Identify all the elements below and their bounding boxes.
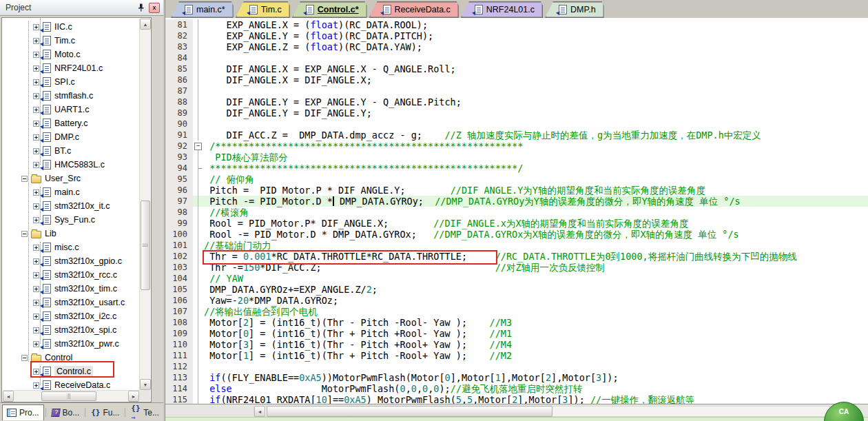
scroll-down-arrow[interactable]: ▼ xyxy=(140,379,151,390)
tree-file-batteryc[interactable]: Battery.c xyxy=(3,116,139,130)
expand-box-icon[interactable] xyxy=(33,314,39,320)
collapse-box-icon[interactable] xyxy=(21,355,28,361)
code-line[interactable]: 90 xyxy=(165,119,868,130)
scroll-left-arrow[interactable]: ◄ xyxy=(3,391,14,402)
code-editor[interactable]: 81 EXP_ANGLE.X = (float)(RC_DATA.ROOL);8… xyxy=(165,18,868,404)
code-line[interactable]: 82 EXP_ANGLE.Y = (float)(RC_DATA.PITCH); xyxy=(165,30,868,41)
code-line[interactable]: 114 else MotorPwmFlash(0,0,0,0);//避免飞机落地… xyxy=(165,383,868,394)
panel-tab-te[interactable]: {}Te... xyxy=(127,404,163,420)
editor-tab-receivedatac[interactable]: ReceiveData.c xyxy=(369,1,459,18)
scroll-up-arrow[interactable]: ▲ xyxy=(140,19,151,30)
panel-tab-pro[interactable]: Pro... xyxy=(2,404,44,420)
project-tree[interactable]: IIC.cTim.cMoto.cNRF24L01.cSPI.cstmflash.… xyxy=(3,19,139,390)
expand-box-icon[interactable] xyxy=(33,272,39,278)
tree-file-dmpc[interactable]: DMP.c xyxy=(3,130,139,144)
expand-box-icon[interactable] xyxy=(33,38,39,44)
code-line[interactable]: 93 PID核心算法部分 xyxy=(165,152,868,163)
scroll-left-arrow[interactable]: ◄ xyxy=(254,406,265,417)
code-line[interactable]: 83 EXP_ANGLE.Z = (float)(RC_DATA.YAW); xyxy=(165,41,868,52)
tree-horizontal-scrollbar[interactable]: ◄ ► xyxy=(3,390,139,401)
tree-vertical-scrollbar[interactable]: ▲ ▼ xyxy=(139,19,150,390)
code-line[interactable]: 95 // 俯仰角 xyxy=(165,174,868,185)
code-line[interactable]: 101//基础油门动力 xyxy=(165,240,868,251)
code-line[interactable]: 86 DIF_ANGLE.X = DIF_ANGLE.X; xyxy=(165,74,868,85)
fold-toggle-icon[interactable] xyxy=(193,141,204,152)
code-line[interactable]: 85 DIF_ANGLE.X = EXP_ANGLE.X - Q_ANGLE.R… xyxy=(165,63,868,74)
expand-box-icon[interactable] xyxy=(33,327,39,333)
tree-file-motoc[interactable]: Moto.c xyxy=(3,48,139,61)
code-line[interactable]: 99 Rool = PID_Motor.P* DIF_ANGLE.X; //DI… xyxy=(165,218,868,229)
tree-file-sysfunc[interactable]: Sys_Fun.c xyxy=(3,213,139,227)
code-line[interactable]: 96 Pitch = PID_Motor.P * DIF_ANGLE.Y; //… xyxy=(165,185,868,196)
expand-box-icon[interactable] xyxy=(33,258,39,265)
tree-file-spic[interactable]: SPI.c xyxy=(3,75,139,89)
code-line[interactable]: 112 xyxy=(165,361,868,372)
tree-file-nrf24l01c[interactable]: NRF24L01.c xyxy=(3,61,139,75)
code-line[interactable]: 110 Motor[3] = (int16_t)(Thr - Pitch +Ro… xyxy=(165,339,868,350)
tree-file-btc[interactable]: BT.c xyxy=(3,144,139,158)
expand-box-icon[interactable] xyxy=(33,217,39,223)
editor-tab-nrf24l01c[interactable]: NRF24L01.c xyxy=(461,1,543,18)
tree-folder-usersrc[interactable]: User_Src xyxy=(3,172,139,185)
expand-box-icon[interactable] xyxy=(33,65,39,72)
tree-folder-lib[interactable]: Lib xyxy=(3,227,139,240)
expand-box-icon[interactable] xyxy=(33,245,39,251)
expand-box-icon[interactable] xyxy=(33,286,39,292)
code-line[interactable]: 115 if(NRF24L01_RXDATA[10]==0xA5) MotorP… xyxy=(165,394,868,404)
code-line[interactable]: 100 Rool -= PID_Motor.D * DMP_DATA.GYROx… xyxy=(165,229,868,240)
code-line[interactable]: 111 Motor[1] = (int16_t)(Thr + Pitch -Ro… xyxy=(165,350,868,361)
code-line[interactable]: 105 DMP_DATA.GYROz+=EXP_ANGLE.Z/2; xyxy=(165,284,868,295)
expand-box-icon[interactable] xyxy=(33,121,39,127)
tree-file-stm32f10xitc[interactable]: stm32f10x_it.c xyxy=(3,199,139,213)
pin-icon[interactable] xyxy=(136,3,145,12)
editor-tab-controlc[interactable]: Control.c* xyxy=(292,1,367,18)
expand-box-icon[interactable] xyxy=(33,148,39,154)
expand-box-icon[interactable] xyxy=(33,203,39,209)
tree-file-receivedatac[interactable]: ReceiveData.c xyxy=(3,378,139,390)
panel-tab-bo[interactable]: Bo... xyxy=(48,404,84,420)
tree-file-stm32f10xusartc[interactable]: stm32f10x_usart.c xyxy=(3,296,139,309)
code-line[interactable]: 87 xyxy=(165,85,868,96)
tree-file-uart1c[interactable]: UART1.c xyxy=(3,103,139,116)
code-line[interactable]: 88 DIF_ANGLE.Y = EXP_ANGLE.Y - Q_ANGLE.P… xyxy=(165,96,868,107)
expand-box-icon[interactable] xyxy=(33,93,39,99)
expand-box-icon[interactable] xyxy=(33,107,39,113)
tree-file-stmflashc[interactable]: stmflash.c xyxy=(3,89,139,103)
scroll-right-arrow[interactable]: ► xyxy=(128,391,139,402)
code-line[interactable]: 94 *************************************… xyxy=(165,163,868,174)
tree-file-miscc[interactable]: misc.c xyxy=(3,240,139,254)
collapse-box-icon[interactable] xyxy=(21,176,28,182)
expand-box-icon[interactable] xyxy=(33,189,39,196)
expand-box-icon[interactable] xyxy=(33,382,39,389)
tree-file-stm32f10xgpioc[interactable]: stm32f10x_gpio.c xyxy=(3,254,139,268)
tree-file-stm32f10xtimc[interactable]: stm32f10x_tim.c xyxy=(3,282,139,296)
editor-hscroll-thumb[interactable] xyxy=(267,406,552,417)
code-line[interactable]: 89 DIF_ANGLE.Y = DIF_ANGLE.Y; xyxy=(165,107,868,119)
tree-file-iicc[interactable]: IIC.c xyxy=(3,20,139,34)
code-line[interactable]: 81 EXP_ANGLE.X = (float)(RC_DATA.ROOL); xyxy=(165,19,868,30)
expand-box-icon[interactable] xyxy=(33,162,39,168)
collapse-box-icon[interactable] xyxy=(21,231,28,237)
expand-box-icon[interactable] xyxy=(33,52,39,58)
code-line[interactable]: 91 DIF_ACC.Z = DMP_DATA.dmp_accz - g; //… xyxy=(165,130,868,141)
code-line[interactable]: 107//将输出值融合到四个电机 xyxy=(165,306,868,317)
editor-tab-dmph[interactable]: DMP.h xyxy=(545,1,604,18)
code-line[interactable]: 109 Motor[0] = (int16_t)(Thr + Pitch +Ro… xyxy=(165,328,868,339)
tree-file-hmc5883lc[interactable]: HMC5883L.c xyxy=(3,158,139,172)
expand-box-icon[interactable] xyxy=(33,300,39,306)
editor-tab-timc[interactable]: Tim.c xyxy=(236,1,290,18)
expand-box-icon[interactable] xyxy=(33,341,39,347)
close-icon[interactable]: x xyxy=(149,3,160,13)
vertical-scroll-thumb[interactable] xyxy=(141,201,150,290)
tree-file-mainc[interactable]: main.c xyxy=(3,185,139,199)
tree-file-stm32f10xpwrc[interactable]: stm32f10x_pwr.c xyxy=(3,337,139,351)
code-line[interactable]: 98 //横滚角 xyxy=(165,207,868,218)
horizontal-scroll-thumb[interactable] xyxy=(41,391,96,401)
tree-file-stm32f10xi2cc[interactable]: stm32f10x_i2c.c xyxy=(3,309,139,323)
editor-tab-mainc[interactable]: main.c* xyxy=(171,1,234,18)
expand-box-icon[interactable] xyxy=(33,79,39,85)
expand-box-icon[interactable] xyxy=(33,134,39,141)
tree-file-stm32f10xspic[interactable]: stm32f10x_spi.c xyxy=(3,323,139,337)
tree-file-stm32f10xrccc[interactable]: stm32f10x_rcc.c xyxy=(3,268,139,282)
code-line[interactable]: 104 // YAW xyxy=(165,273,868,284)
